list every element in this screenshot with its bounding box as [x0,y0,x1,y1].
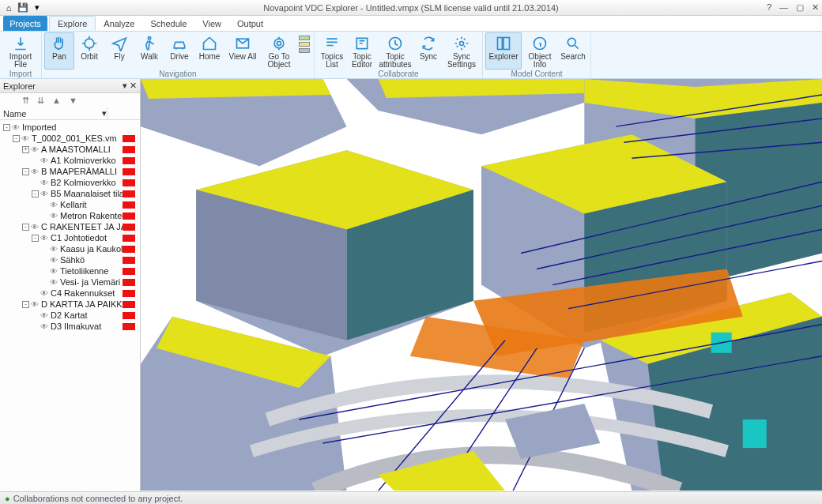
visibility-icon[interactable]: 👁 [50,245,58,254]
collapse-icon[interactable]: - [32,190,39,197]
visibility-icon[interactable]: 👁 [40,289,48,298]
collapse-icon[interactable]: - [22,224,29,231]
sort-up-icon[interactable]: ▲ [52,96,61,105]
3d-viewport[interactable] [141,79,822,491]
expand-icon[interactable]: + [22,146,29,153]
tab-view[interactable]: View [194,16,229,31]
explorer-button[interactable]: Explorer [485,32,522,70]
column-header-name[interactable]: Name▾ [0,107,107,119]
sort-down-icon[interactable]: ▼ [69,96,77,105]
visibility-icon[interactable]: 👁 [50,267,58,276]
tree-row[interactable]: +👁A MAASTOMALLI [0,144,140,155]
view-all-button[interactable]: View All [224,32,261,70]
close-icon[interactable]: ✕ [812,2,819,13]
color-swatch[interactable] [123,213,135,220]
color-swatch[interactable] [123,235,135,242]
qat-down-icon[interactable]: ▾ [32,2,43,13]
tree-row[interactable]: 👁Vesi- ja Viemäri [0,276,140,288]
color-swatch[interactable] [123,323,135,330]
visibility-icon[interactable]: 👁 [40,322,48,331]
collapse-icon[interactable]: - [22,168,29,175]
import-file-button[interactable]: ImportFile [2,32,39,70]
expand-icon[interactable]: ⇊ [37,96,44,106]
visibility-icon[interactable]: 👁 [12,123,20,132]
sync-settings-button[interactable]: SyncSettings [443,32,480,70]
visibility-icon[interactable]: 👁 [50,212,58,220]
object-info-button[interactable]: ObjectInfo [522,32,558,70]
tree-row[interactable]: -👁B5 Maanalaiset tilat [0,188,140,199]
color-swatch[interactable] [123,135,135,142]
collapse-icon[interactable]: ⇈ [22,96,29,106]
visibility-icon[interactable]: 👁 [50,256,58,265]
color-swatch[interactable] [123,246,135,253]
home-button[interactable]: Home [194,32,224,70]
panel-close-icon[interactable]: ▾ ✕ [123,81,137,91]
color-swatch[interactable] [123,279,135,286]
tree-row[interactable]: 👁Tietoliikenne [0,265,140,276]
visibility-icon[interactable]: 👁 [50,201,58,209]
visibility-icon[interactable]: 👁 [40,156,48,165]
color-swatch[interactable] [123,257,135,264]
tree-row[interactable]: 👁Kellarit [0,199,140,210]
qat-icon[interactable]: ⌂ [3,2,14,13]
collapse-icon[interactable]: - [32,235,39,242]
tree-row[interactable]: -👁C1 Johtotiedot [0,232,140,243]
walk-button[interactable]: Walk [134,32,164,70]
nav-color-swatches[interactable] [297,32,311,70]
color-swatch[interactable] [123,179,135,186]
tree-row[interactable]: 👁Kaasu ja Kaukolämpö [0,243,140,254]
topics-list-button[interactable]: TopicsList [317,32,347,70]
topic-editor-button[interactable]: TopicEditor [347,32,377,70]
color-swatch[interactable] [123,224,135,231]
qat-save-icon[interactable]: 💾 [17,2,28,13]
collapse-icon[interactable]: - [13,135,20,142]
color-swatch[interactable] [123,157,135,164]
visibility-icon[interactable]: 👁 [40,311,48,320]
explorer-tree[interactable]: -👁Imported-👁T_0002_001_KES.vm+👁A MAASTOM… [0,120,140,491]
collapse-icon[interactable]: - [22,301,29,308]
collapse-icon[interactable]: - [3,124,10,131]
visibility-icon[interactable]: 👁 [40,179,48,187]
search-button[interactable]: Search [558,32,588,70]
tree-row[interactable]: 👁Metron Rakenteet [0,210,140,221]
color-swatch[interactable] [123,201,135,209]
color-swatch[interactable] [123,290,135,297]
fly-button[interactable]: Fly [104,32,134,70]
tree-row[interactable]: 👁Sähkö [0,254,140,265]
visibility-icon[interactable]: 👁 [31,167,39,176]
color-swatch[interactable] [123,168,135,175]
tab-schedule[interactable]: Schedule [142,16,194,31]
tree-row[interactable]: 👁D3 Ilmakuvat [0,321,140,332]
tree-row[interactable]: -👁Imported [0,122,140,133]
pan-button[interactable]: Pan [44,32,74,70]
orbit-button[interactable]: Orbit [74,32,104,70]
color-swatch[interactable] [123,146,135,153]
tree-row[interactable]: -👁B MAAPERÄMALLI [0,166,140,177]
tree-row[interactable]: 👁C4 Rakennukset [0,288,140,299]
tab-analyze[interactable]: Analyze [96,16,142,31]
tree-row[interactable]: 👁A1 Kolmioverkko [0,155,140,166]
tab-explore[interactable]: Explore [49,16,96,31]
tree-row[interactable]: -👁D KARTTA JA PAIKKATIETO [0,299,140,310]
topic-attributes-button[interactable]: Topicattributes [377,32,413,70]
color-swatch[interactable] [123,190,135,197]
visibility-icon[interactable]: 👁 [31,223,39,231]
minimize-icon[interactable]: — [779,2,788,13]
go-to-object-button[interactable]: Go ToObject [261,32,297,70]
tab-output[interactable]: Output [229,16,271,31]
visibility-icon[interactable]: 👁 [31,300,39,309]
tree-row[interactable]: 👁D2 Kartat [0,310,140,321]
visibility-icon[interactable]: 👁 [21,134,29,143]
tree-row[interactable]: 👁B2 Kolmioverkko [0,177,140,188]
color-swatch[interactable] [123,301,135,308]
help-icon[interactable]: ? [767,2,771,13]
visibility-icon[interactable]: 👁 [31,145,39,154]
color-swatch[interactable] [123,312,135,319]
sync-button[interactable]: Sync [413,32,443,70]
visibility-icon[interactable]: 👁 [40,190,48,198]
tree-row[interactable]: -👁C RAKENTEET JA JÄRJESTELMÄT [0,221,140,232]
app-tab-projects[interactable]: Projects [3,16,47,31]
maximize-icon[interactable]: ▢ [796,2,804,13]
visibility-icon[interactable]: 👁 [50,278,58,287]
tree-row[interactable]: -👁T_0002_001_KES.vm [0,133,140,144]
